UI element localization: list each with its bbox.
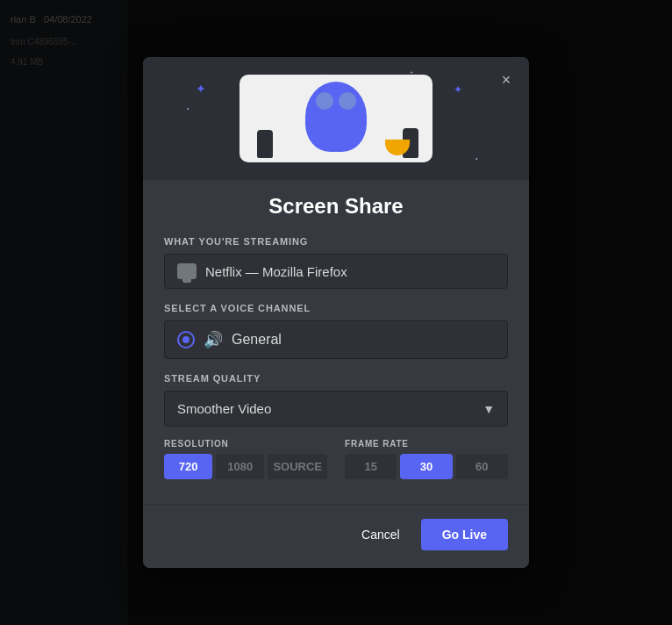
speaker-icon: 🔊 [204,330,223,349]
chevron-down-icon: ▼ [483,402,495,416]
modal-footer: Cancel Go Live [143,504,529,568]
sparkle-right-icon: ✦ [454,83,459,89]
quality-dropdown[interactable]: Smoother Video ▼ [164,391,508,427]
dot2-icon: • [475,155,481,161]
monitor-icon [177,263,197,279]
screen-share-modal: ✦ ✦ ✦ + • • × [143,57,529,568]
radio-button[interactable] [177,331,195,348]
resolution-group: RESOLUTION 720 1080 SOURCE [164,439,327,479]
voice-channel-row[interactable]: 🔊 General [164,320,508,359]
resolution-source-button: SOURCE [268,454,327,479]
close-icon: × [502,71,511,90]
resolution-label: RESOLUTION [164,439,327,449]
modal-title: Screen Share [164,194,508,219]
go-live-button[interactable]: Go Live [421,519,508,550]
quality-selected-text: Smoother Video [177,401,271,416]
voice-channel-label: SELECT A VOICE CHANNEL [164,303,508,313]
figure-left [257,130,273,158]
voice-channel-name: General [232,332,282,348]
modal-art: ✦ ✦ ✦ + • • [143,57,529,180]
stream-source-box: Netflix — Mozilla Firefox [164,254,508,289]
stream-quality-label: STREAM QUALITY [164,373,508,384]
streaming-label: WHAT YOU'RE STREAMING [164,236,508,247]
framerate-30-button[interactable]: 30 [400,454,452,479]
cancel-button[interactable]: Cancel [351,521,411,549]
resolution-buttons: 720 1080 SOURCE [164,454,327,479]
robot-figure [305,82,367,152]
art-area [222,66,450,171]
sparkle-icon: ✦ [196,82,201,87]
modal-body: Screen Share WHAT YOU'RE STREAMING Netfl… [143,180,529,504]
art-screen [239,75,433,162]
quality-section: STREAM QUALITY Smoother Video ▼ RESOLUTI… [164,373,508,479]
framerate-group: FRAME RATE 15 30 60 [345,439,508,479]
framerate-label: FRAME RATE [345,439,508,449]
close-button[interactable]: × [494,68,518,92]
resolution-720-button[interactable]: 720 [164,454,212,479]
framerate-15-button[interactable]: 15 [345,454,397,479]
framerate-60-button: 60 [456,454,508,479]
modal-backdrop: ✦ ✦ ✦ + • • × [0,0,672,625]
dot-icon: • [187,105,192,111]
quality-options: RESOLUTION 720 1080 SOURCE FRAME RATE 15… [164,439,508,479]
stream-source-text: Netflix — Mozilla Firefox [205,264,347,279]
resolution-1080-button: 1080 [216,454,264,479]
framerate-buttons: 15 30 60 [345,454,508,479]
radio-inner [182,336,189,343]
